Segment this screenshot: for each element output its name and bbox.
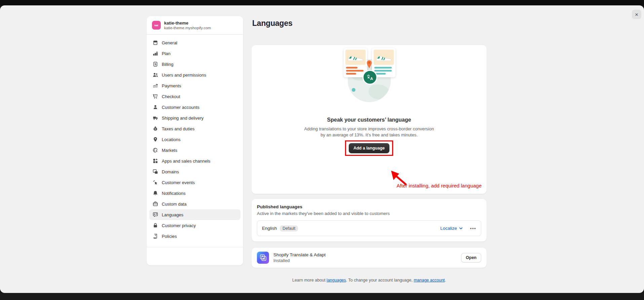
sidebar-item-label: Customer privacy bbox=[162, 223, 196, 228]
custom-data-icon bbox=[153, 201, 158, 207]
billing-icon: $ bbox=[153, 61, 158, 67]
empty-state-heading: Speak your customers’ language bbox=[252, 117, 487, 123]
languages-illustration: A bbox=[331, 45, 408, 103]
text-line-placeholder bbox=[346, 70, 364, 72]
sidebar-item-locations[interactable]: Locations bbox=[149, 134, 240, 145]
app-name: Shopify Translate & Adapt bbox=[273, 252, 326, 257]
app-status: Installed bbox=[273, 258, 326, 263]
sneaker-image bbox=[345, 50, 366, 65]
sidebar-item-label: Locations bbox=[162, 137, 181, 142]
sidebar-item-billing[interactable]: $Billing bbox=[149, 59, 240, 70]
sidebar-item-label: Checkout bbox=[162, 94, 180, 99]
notifications-icon bbox=[153, 190, 158, 196]
text-line-placeholder bbox=[346, 73, 356, 75]
sidebar-item-policies[interactable]: Policies bbox=[149, 231, 240, 242]
customer-accounts-icon bbox=[153, 104, 158, 110]
add-language-card: A Speak your customers’ language Adding … bbox=[252, 45, 487, 194]
localize-dropdown[interactable]: Localize bbox=[440, 226, 463, 231]
sidebar-item-customer-privacy[interactable]: Customer privacy bbox=[149, 220, 240, 231]
locations-icon bbox=[153, 137, 158, 142]
customer-events-icon bbox=[153, 180, 158, 185]
store-meta: katie-theme katie-theme.myshopify.com bbox=[164, 20, 211, 30]
sidebar-item-label: Apps and sales channels bbox=[162, 159, 211, 164]
sidebar-item-users-and-permissions[interactable]: Users and permissions bbox=[149, 70, 240, 80]
language-name: English bbox=[262, 226, 277, 231]
store-domain: katie-theme.myshopify.com bbox=[164, 26, 211, 30]
empty-state-body: Adding translations to your store improv… bbox=[252, 126, 487, 138]
sidebar-item-shipping-and-delivery[interactable]: Shipping and delivery bbox=[149, 113, 240, 123]
sneaker-image bbox=[374, 50, 394, 65]
sidebar-item-plan[interactable]: Plan bbox=[149, 48, 240, 59]
close-button[interactable]: × bbox=[632, 10, 641, 19]
default-badge: Default bbox=[280, 225, 298, 231]
map-pin-icon bbox=[367, 60, 372, 69]
languages-link[interactable]: languages bbox=[327, 278, 346, 283]
sidebar-item-notifications[interactable]: Notifications bbox=[149, 188, 240, 199]
close-icon: × bbox=[635, 12, 638, 17]
plan-icon bbox=[153, 51, 158, 56]
sidebar-item-languages[interactable]: ALanguages bbox=[149, 209, 240, 220]
sidebar-item-general[interactable]: General bbox=[149, 37, 240, 48]
add-language-button[interactable]: Add a language bbox=[349, 143, 389, 153]
teal-dot bbox=[352, 88, 355, 92]
store-header: kat katie-theme katie-theme.myshopify.co… bbox=[147, 16, 243, 35]
sidebar-item-checkout[interactable]: Checkout bbox=[149, 91, 240, 102]
sidebar-item-label: Taxes and duties bbox=[162, 126, 195, 131]
main-content: Languages bbox=[252, 5, 487, 283]
privacy-icon bbox=[153, 223, 158, 228]
sidebar-item-label: Notifications bbox=[162, 191, 186, 196]
checkout-icon bbox=[153, 94, 158, 99]
language-row: English Default Localize ••• bbox=[257, 220, 481, 236]
shipping-icon bbox=[153, 115, 158, 121]
sidebar-item-customer-accounts[interactable]: Customer accounts bbox=[149, 102, 240, 113]
sidebar-item-label: Plan bbox=[162, 51, 171, 56]
bottom-bar bbox=[0, 293, 644, 300]
sidebar-item-apps-and-sales-channels[interactable]: Apps and sales channels bbox=[149, 156, 240, 166]
sidebar-item-label: Customer accounts bbox=[162, 105, 199, 110]
sidebar-item-label: Markets bbox=[162, 148, 177, 153]
sidebar-item-label: General bbox=[162, 40, 177, 45]
published-languages-description: Active in the markets they've been added… bbox=[257, 211, 481, 216]
taxes-icon bbox=[153, 126, 158, 131]
sidebar-item-domains[interactable]: Domains bbox=[149, 166, 240, 177]
policies-icon bbox=[153, 233, 158, 239]
users-icon bbox=[153, 72, 158, 78]
top-bar bbox=[0, 0, 644, 5]
sidebar-item-label: Payments bbox=[162, 83, 181, 88]
sidebar-item-payments[interactable]: Payments bbox=[149, 80, 240, 91]
translate-app-card: Shopify Translate & Adapt Installed Open bbox=[252, 248, 487, 268]
languages-icon: A bbox=[153, 212, 158, 217]
localize-label: Localize bbox=[440, 226, 457, 231]
svg-text:A: A bbox=[370, 77, 373, 81]
chevron-down-icon bbox=[459, 227, 463, 229]
globe-land-shape bbox=[367, 83, 390, 101]
overflow-menu-button[interactable]: ••• bbox=[470, 226, 476, 231]
sidebar-item-custom-data[interactable]: Custom data bbox=[149, 199, 240, 209]
footer-note: Learn more about languages. To change yo… bbox=[252, 278, 487, 283]
store-name: katie-theme bbox=[164, 20, 211, 26]
translate-badge-icon: A bbox=[363, 70, 377, 85]
sidebar-item-label: Customer events bbox=[162, 180, 195, 185]
sidebar-footer bbox=[147, 247, 243, 265]
sidebar-item-label: Languages bbox=[162, 212, 183, 217]
open-app-button[interactable]: Open bbox=[461, 253, 481, 262]
page-title: Languages bbox=[252, 19, 487, 28]
sidebar-item-label: Custom data bbox=[162, 202, 187, 207]
sidebar-item-label: Shipping and delivery bbox=[162, 116, 203, 121]
store-avatar: kat bbox=[152, 21, 161, 30]
domains-icon bbox=[153, 169, 158, 174]
app-meta: Shopify Translate & Adapt Installed bbox=[273, 252, 326, 263]
settings-modal: × kat katie-theme katie-theme.myshopify.… bbox=[0, 5, 644, 293]
sidebar-item-label: Billing bbox=[162, 62, 174, 67]
published-languages-card: Published languages Active in the market… bbox=[252, 199, 487, 242]
sidebar-item-taxes-and-duties[interactable]: Taxes and duties bbox=[149, 123, 240, 134]
text-line-placeholder bbox=[346, 67, 357, 69]
text-line-placeholder bbox=[374, 70, 392, 72]
sidebar-item-markets[interactable]: $Markets bbox=[149, 145, 240, 156]
manage-account-link[interactable]: manage account bbox=[414, 278, 445, 283]
payments-icon bbox=[153, 83, 158, 88]
settings-nav: GeneralPlan$BillingUsers and permissions… bbox=[147, 35, 243, 244]
sidebar-item-customer-events[interactable]: Customer events bbox=[149, 177, 240, 188]
sidebar-item-label: Users and permissions bbox=[162, 73, 206, 78]
published-languages-heading: Published languages bbox=[257, 204, 481, 209]
